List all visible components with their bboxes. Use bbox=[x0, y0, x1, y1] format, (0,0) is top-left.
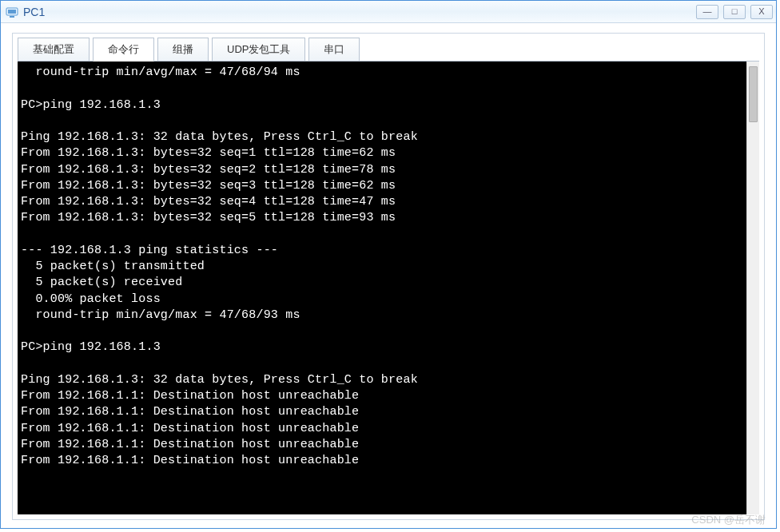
terminal-wrap: round-trip min/avg/max = 47/68/94 ms PC>… bbox=[13, 62, 764, 519]
titlebar[interactable]: PC1 — □ X bbox=[1, 1, 776, 23]
tab-bar: 基础配置 命令行 组播 UDP发包工具 串口 bbox=[13, 34, 764, 61]
title-left: PC1 bbox=[6, 6, 45, 18]
tab-multicast[interactable]: 组播 bbox=[157, 38, 209, 62]
tab-basic-config[interactable]: 基础配置 bbox=[18, 38, 90, 62]
svg-rect-1 bbox=[8, 10, 16, 14]
window-title: PC1 bbox=[23, 6, 45, 18]
app-window: PC1 — □ X 基础配置 命令行 组播 UDP发包工具 串口 round-t… bbox=[0, 0, 777, 529]
maximize-button[interactable]: □ bbox=[723, 5, 746, 19]
app-icon bbox=[6, 6, 18, 18]
tab-command-line[interactable]: 命令行 bbox=[93, 38, 154, 62]
minimize-button[interactable]: — bbox=[696, 5, 718, 19]
tab-udp-tool[interactable]: UDP发包工具 bbox=[212, 38, 305, 62]
inner-panel: 基础配置 命令行 组播 UDP发包工具 串口 round-trip min/av… bbox=[12, 33, 765, 520]
terminal-scrollbar[interactable] bbox=[746, 62, 759, 514]
window-controls: — □ X bbox=[696, 5, 773, 19]
scrollbar-thumb[interactable] bbox=[749, 66, 758, 122]
content-area: 基础配置 命令行 组播 UDP发包工具 串口 round-trip min/av… bbox=[1, 23, 776, 528]
svg-rect-2 bbox=[10, 16, 14, 18]
terminal-output[interactable]: round-trip min/avg/max = 47/68/94 ms PC>… bbox=[18, 62, 759, 514]
tab-serial[interactable]: 串口 bbox=[308, 38, 360, 62]
close-button[interactable]: X bbox=[750, 5, 773, 19]
